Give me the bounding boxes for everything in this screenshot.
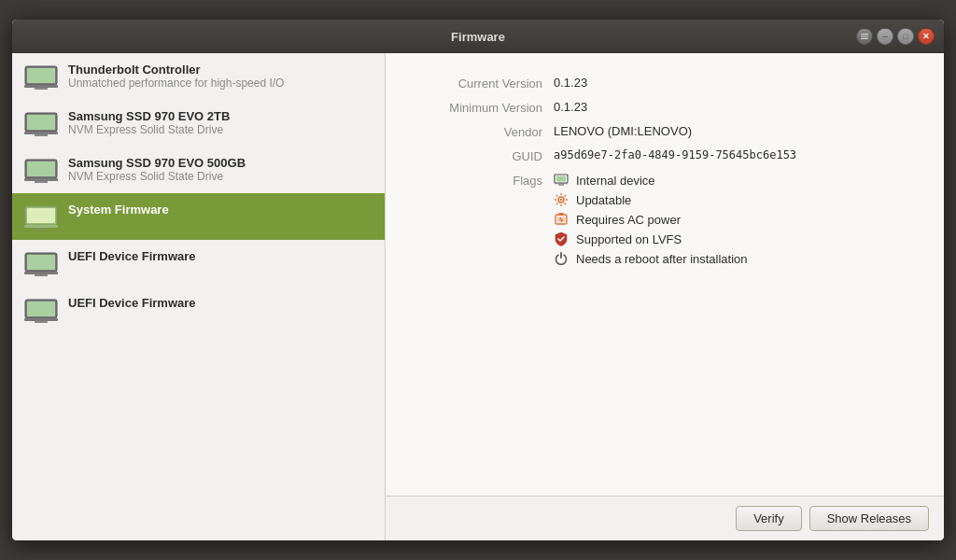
minimize-button[interactable]: – xyxy=(877,28,893,45)
minimum-version-label: Minimum Version xyxy=(414,100,554,115)
main-panel: Current Version 0.1.23 Minimum Version 0… xyxy=(386,53,944,540)
svg-rect-25 xyxy=(24,318,58,321)
main-window: Firmware – □ ✕ xyxy=(11,19,945,541)
flags-list: Internal device Updatable xyxy=(554,173,748,266)
svg-rect-16 xyxy=(27,208,55,223)
device-icon-thunderbolt xyxy=(23,64,59,91)
minimum-version-value: 0.1.23 xyxy=(554,100,916,114)
sidebar-item-thunderbolt[interactable]: Thunderbolt Controller Unmatched perform… xyxy=(12,53,385,100)
power-icon xyxy=(554,251,569,266)
svg-rect-9 xyxy=(24,132,58,134)
device-icon-system-firmware xyxy=(23,204,59,231)
shield-icon xyxy=(554,231,569,246)
monitor-icon xyxy=(554,173,569,188)
flag-internal-text: Internal device xyxy=(576,174,655,188)
sidebar-item-uefi-2[interactable]: UEFI Device Firmware xyxy=(12,287,385,333)
vendor-row: Vendor LENOVO (DMI:LENOVO) xyxy=(414,124,916,139)
sidebar-item-uefi-1[interactable]: UEFI Device Firmware xyxy=(12,240,385,287)
flag-updatable-text: Updatable xyxy=(576,193,631,207)
uefi-1-title: UEFI Device Firmware xyxy=(68,249,196,263)
current-version-label: Current Version xyxy=(414,76,554,91)
window-controls: – □ ✕ xyxy=(856,28,935,45)
svg-rect-24 xyxy=(27,301,55,316)
flag-internal: Internal device xyxy=(554,173,748,188)
svg-point-32 xyxy=(560,199,562,201)
menu-button[interactable] xyxy=(856,28,873,45)
svg-rect-21 xyxy=(24,272,58,274)
device-icon-uefi-1 xyxy=(23,251,59,277)
flags-row: Flags In xyxy=(414,173,916,266)
flag-updatable: Updatable xyxy=(554,192,748,207)
sidebar: Thunderbolt Controller Unmatched perform… xyxy=(12,53,386,540)
thunderbolt-subtitle: Unmatched performance for high-speed I/O xyxy=(68,77,284,90)
svg-rect-26 xyxy=(35,321,48,323)
vendor-label: Vendor xyxy=(414,124,554,139)
gear-icon xyxy=(554,192,569,207)
maximize-button[interactable]: □ xyxy=(897,28,914,45)
uefi-2-text: UEFI Device Firmware xyxy=(68,296,196,310)
system-firmware-text: System Firmware xyxy=(68,203,169,217)
samsung-500gb-text: Samsung SSD 970 EVO 500GB NVM Express So… xyxy=(68,156,246,183)
svg-rect-10 xyxy=(35,134,48,136)
system-firmware-title: System Firmware xyxy=(68,203,169,217)
details-area: Current Version 0.1.23 Minimum Version 0… xyxy=(386,53,944,496)
svg-rect-20 xyxy=(27,255,55,270)
verify-button[interactable]: Verify xyxy=(736,506,802,531)
svg-rect-34 xyxy=(559,213,564,216)
flag-reboot-text: Needs a reboot after installation xyxy=(576,252,748,266)
device-icon-samsung-2tb xyxy=(23,111,59,137)
device-icon-uefi-2 xyxy=(23,298,59,324)
samsung-2tb-subtitle: NVM Express Solid State Drive xyxy=(68,123,230,136)
content-area: Thunderbolt Controller Unmatched perform… xyxy=(12,53,944,540)
sidebar-item-samsung-2tb[interactable]: Samsung SSD 970 EVO 2TB NVM Express Soli… xyxy=(12,100,385,147)
svg-rect-14 xyxy=(35,181,48,183)
thunderbolt-title: Thunderbolt Controller xyxy=(68,63,284,77)
show-releases-button[interactable]: Show Releases xyxy=(809,506,929,531)
svg-rect-8 xyxy=(27,115,55,130)
samsung-500gb-title: Samsung SSD 970 EVO 500GB xyxy=(68,156,246,170)
svg-rect-4 xyxy=(27,68,55,83)
flags-label: Flags xyxy=(414,173,554,188)
svg-rect-28 xyxy=(556,176,566,182)
svg-rect-13 xyxy=(24,178,58,181)
guid-value: a95d69e7-2fa0-4849-9159-75645bc6e153 xyxy=(554,148,916,161)
battery-icon xyxy=(554,212,569,227)
vendor-value: LENOVO (DMI:LENOVO) xyxy=(554,124,916,138)
samsung-500gb-subtitle: NVM Express Solid State Drive xyxy=(68,170,246,183)
svg-rect-5 xyxy=(24,85,58,88)
svg-rect-29 xyxy=(555,183,568,184)
close-button[interactable]: ✕ xyxy=(918,28,935,45)
bottom-bar: Verify Show Releases xyxy=(386,496,944,540)
guid-label: GUID xyxy=(414,148,554,163)
uefi-1-text: UEFI Device Firmware xyxy=(68,249,196,263)
flag-ac-power: Requires AC power xyxy=(554,212,748,227)
uefi-2-title: UEFI Device Firmware xyxy=(68,296,196,310)
guid-row: GUID a95d69e7-2fa0-4849-9159-75645bc6e15… xyxy=(414,148,916,163)
sidebar-item-samsung-500gb[interactable]: Samsung SSD 970 EVO 500GB NVM Express So… xyxy=(12,147,385,193)
titlebar: Firmware – □ ✕ xyxy=(12,20,944,53)
window-title: Firmware xyxy=(451,30,505,44)
svg-rect-0 xyxy=(861,34,868,35)
flag-lvfs-text: Supported on LVFS xyxy=(576,232,682,246)
svg-rect-2 xyxy=(861,38,868,39)
svg-rect-1 xyxy=(861,35,868,36)
flag-lvfs: Supported on LVFS xyxy=(554,231,748,246)
thunderbolt-text: Thunderbolt Controller Unmatched perform… xyxy=(68,63,284,90)
samsung-2tb-text: Samsung SSD 970 EVO 2TB NVM Express Soli… xyxy=(68,109,230,136)
device-icon-samsung-500gb xyxy=(23,158,59,184)
svg-rect-17 xyxy=(24,225,58,228)
current-version-row: Current Version 0.1.23 xyxy=(414,76,916,91)
svg-rect-30 xyxy=(558,184,564,186)
svg-rect-18 xyxy=(35,228,48,230)
svg-rect-12 xyxy=(27,161,55,176)
samsung-2tb-title: Samsung SSD 970 EVO 2TB xyxy=(68,109,230,123)
flag-reboot: Needs a reboot after installation xyxy=(554,251,748,266)
current-version-value: 0.1.23 xyxy=(554,76,916,90)
flag-ac-power-text: Requires AC power xyxy=(576,213,681,227)
svg-rect-22 xyxy=(35,274,48,276)
svg-rect-6 xyxy=(35,88,48,90)
sidebar-item-system-firmware[interactable]: System Firmware xyxy=(12,193,385,240)
minimum-version-row: Minimum Version 0.1.23 xyxy=(414,100,916,115)
